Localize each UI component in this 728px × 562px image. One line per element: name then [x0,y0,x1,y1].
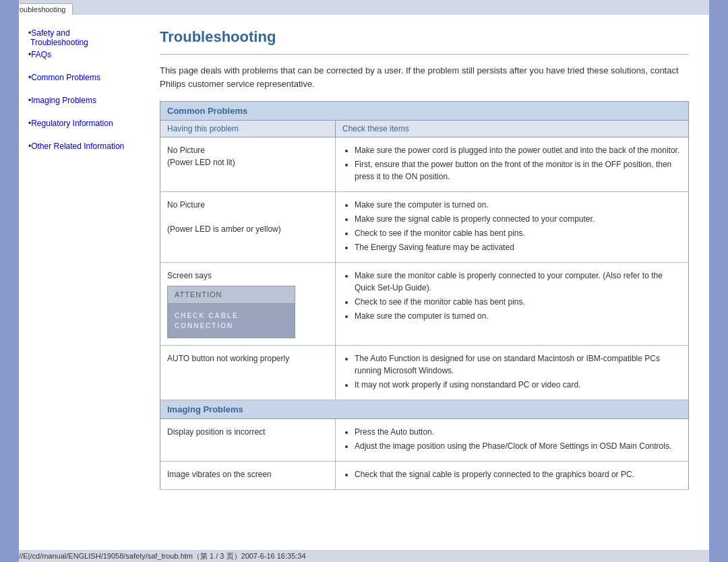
list-item: Press the Auto button. [355,426,681,438]
sidebar-item-imaging-problems[interactable]: •Imaging Problems [28,96,135,105]
tab-label: Troubleshooting [13,5,65,13]
sidebar-item-regulatory[interactable]: •Regulatory Information [28,119,135,128]
sidebar-section-common: •Common Problems [28,73,135,82]
imaging-problems-header-row: Imaging Problems [160,400,689,418]
table-row: Screen says ATTENTION CHECK CABLE CONNEC… [160,263,689,346]
tab-bar: Troubleshooting [0,0,728,15]
list-item: The Energy Saving feature may be activat… [355,241,681,253]
checks-cell: Check that the signal cable is properly … [336,461,689,489]
right-border [709,0,728,562]
title-divider [160,54,689,55]
list-item: First, ensure that the power button on t… [355,158,681,183]
status-bar: file:///E|/cd/manual/ENGLISH/19058/safet… [0,550,728,562]
main-content-area: •Safety and Troubleshooting •FAQs •Commo… [19,15,709,550]
checks-list: The Auto Function is designed for use on… [355,352,681,391]
attention-body: CHECK CABLE CONNECTION [168,304,295,338]
sidebar-link-regulatory[interactable]: •Regulatory Information [28,119,113,128]
table-row: No Picture(Power LED is amber or yellow)… [160,192,689,263]
table-row: AUTO button not working properly The Aut… [160,345,689,400]
list-item: Check that the signal cable is properly … [355,468,681,480]
checks-cell: Press the Auto button. Adjust the image … [336,418,689,461]
list-item: Check to see if the monitor cable has be… [355,296,681,308]
intro-text: This page deals with problems that can b… [160,64,689,90]
sidebar-divider-3 [28,109,135,119]
sidebar: •Safety and Troubleshooting •FAQs •Commo… [19,15,144,550]
checks-cell: Make sure the computer is turned on. Mak… [336,192,689,263]
list-item: Check to see if the monitor cable has be… [355,227,681,239]
sidebar-item-faqs[interactable]: •FAQs [28,50,135,59]
sidebar-section-safety: •Safety and Troubleshooting •FAQs [28,28,135,59]
sidebar-divider-4 [28,132,135,142]
list-item: Make sure the monitor cable is properly … [355,270,681,294]
problem-cell: Display position is incorrect [160,418,336,461]
problem-cell: No Picture(Power LED is amber or yellow) [160,192,336,263]
checks-cell: Make sure the monitor cable is properly … [336,263,689,346]
problems-table: Common Problems Having this problem Chec… [160,101,689,490]
screen-says-label: Screen says [167,271,212,280]
checks-cell: The Auto Function is designed for use on… [336,345,689,400]
table-row: Display position is incorrect Press the … [160,418,689,461]
list-item: It may not work properly if using nonsta… [355,379,681,391]
sidebar-item-common-problems[interactable]: •Common Problems [28,73,135,82]
col-header-row: Having this problem Check these items [160,121,689,137]
list-item: Adjust the image position using the Phas… [355,440,681,452]
problem-cell: AUTO button not working properly [160,345,336,400]
imaging-problems-header: Imaging Problems [160,400,689,418]
sidebar-item-other[interactable]: •Other Related Information [28,142,135,151]
table-row: No Picture(Power LED not lit) Make sure … [160,137,689,192]
checks-list: Make sure the computer is turned on. Mak… [355,199,681,253]
list-item: Make sure the signal cable is properly c… [355,213,681,225]
checks-list: Make sure the monitor cable is properly … [355,270,681,322]
table-row: Image vibrates on the screen Check that … [160,461,689,489]
sidebar-link-other[interactable]: •Other Related Information [28,142,124,151]
problem-cell: Image vibrates on the screen [160,461,336,489]
status-bar-text: file:///E|/cd/manual/ENGLISH/19058/safet… [5,551,306,561]
col-header-problem: Having this problem [160,121,336,137]
list-item: The Auto Function is designed for use on… [355,352,681,377]
common-problems-header-row: Common Problems [160,102,689,121]
list-item: Make sure the computer is turned on. [355,310,681,322]
attention-title: ATTENTION [168,286,295,304]
checks-cell: Make sure the power cord is plugged into… [336,137,689,192]
sidebar-item-safety[interactable]: •Safety and Troubleshooting [28,28,135,47]
sidebar-divider-2 [28,86,135,96]
col-header-checks: Check these items [336,121,689,137]
problem-cell: No Picture(Power LED not lit) [160,137,336,192]
common-problems-header: Common Problems [160,102,689,121]
list-item: Make sure the computer is turned on. [355,199,681,211]
list-item: Make sure the power cord is plugged into… [355,144,681,156]
sidebar-divider-1 [28,63,135,73]
checks-list: Press the Auto button. Adjust the image … [355,426,681,452]
sidebar-section-regulatory: •Regulatory Information [28,119,135,128]
sidebar-link-common-problems[interactable]: •Common Problems [28,73,100,82]
checks-list: Check that the signal cable is properly … [355,468,681,480]
attention-box: ATTENTION CHECK CABLE CONNECTION [167,286,295,338]
sidebar-link-imaging-problems[interactable]: •Imaging Problems [28,96,96,105]
content-area: Troubleshooting This page deals with pro… [144,15,709,550]
page-title: Troubleshooting [160,28,689,46]
sidebar-section-other: •Other Related Information [28,142,135,151]
problem-cell-attention: Screen says ATTENTION CHECK CABLE CONNEC… [160,263,336,346]
checks-list: Make sure the power cord is plugged into… [355,144,681,183]
sidebar-link-faqs[interactable]: •FAQs [28,50,51,59]
sidebar-link-safety[interactable]: •Safety and Troubleshooting [28,28,88,47]
sidebar-section-imaging: •Imaging Problems [28,96,135,105]
left-border [0,0,19,562]
